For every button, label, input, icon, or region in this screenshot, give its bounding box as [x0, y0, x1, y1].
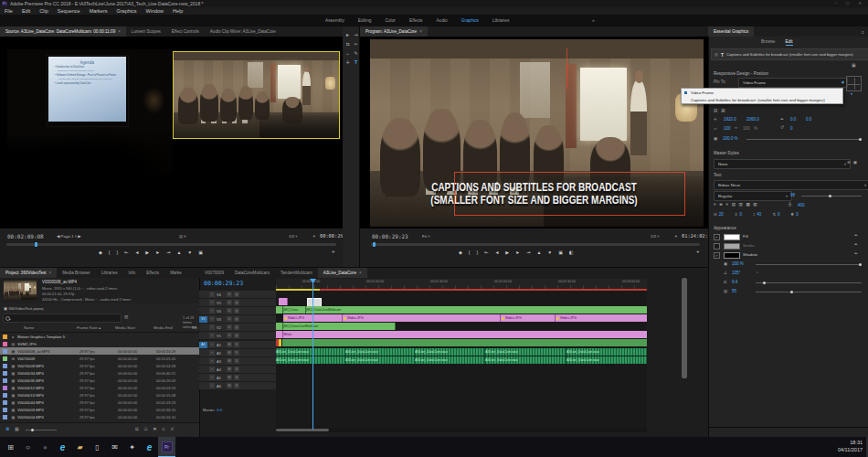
go-to-out-button[interactable]: ⇥ — [526, 250, 530, 255]
sync-lock-icon[interactable]: ⊡ — [227, 300, 232, 305]
taskbar-mail[interactable]: ✉ — [106, 437, 123, 457]
tab-program-a3live-datacore[interactable]: Program: A3Live_DataCore× — [360, 27, 428, 37]
tab-browse[interactable]: Browse — [761, 39, 775, 44]
filter-icon[interactable]: ▥ — [124, 314, 128, 319]
track-header-v4[interactable]: ▪V4⊡◎ — [199, 307, 276, 314]
workspace-tab-libraries[interactable]: Libraries — [492, 18, 509, 23]
spacing-value[interactable]: 0 — [778, 212, 780, 217]
sync-lock-icon[interactable]: ⊡ — [227, 316, 232, 322]
play-button[interactable]: ▶ — [145, 250, 149, 255]
mark-out-button[interactable]: } — [117, 250, 119, 255]
clip-A3Live_DataCore.wav[interactable]: A3Live_DataCore.wav — [485, 356, 566, 364]
preview-thumbnail[interactable] — [4, 281, 37, 300]
ripple-edit-tool[interactable]: ⇆ — [345, 41, 349, 47]
clip-green[interactable] — [276, 306, 283, 314]
lock-icon[interactable]: ▪ — [209, 383, 215, 388]
tab-effects[interactable]: Effects — [141, 268, 164, 278]
tracking-value[interactable]: 400 — [798, 203, 805, 207]
menu-file[interactable]: File — [0, 7, 17, 15]
page-next-icon[interactable]: ▶ — [78, 234, 80, 239]
menu-edit[interactable]: Edit — [17, 7, 35, 15]
text-selection-box[interactable] — [454, 172, 685, 216]
mute-button[interactable]: M — [227, 383, 232, 388]
type-tool[interactable]: T — [355, 59, 357, 65]
export-frame-button[interactable]: ▣ — [198, 250, 203, 255]
source-patch[interactable] — [199, 324, 207, 331]
hand-tool[interactable]: ✛ — [345, 59, 349, 65]
track-header-a4[interactable]: ▪A4MS — [199, 366, 276, 373]
taskbar-internet-explorer[interactable]: e — [141, 437, 158, 457]
solo-button[interactable]: S — [234, 375, 239, 380]
source-scrubber[interactable] — [6, 243, 336, 246]
tab-tandemmulticam[interactable]: TandemMulticam — [275, 268, 318, 278]
mark-in-button[interactable]: { — [469, 250, 471, 255]
search-input[interactable] — [3, 314, 122, 323]
source-patch[interactable]: V1 — [199, 316, 207, 323]
slider-knob[interactable] — [763, 282, 766, 284]
selection-tool[interactable]: ► — [345, 32, 350, 37]
clip-Slides.JPG[interactable]: Slides.JPG — [556, 314, 647, 322]
lock-icon[interactable]: ▪ — [209, 300, 215, 305]
source-patch[interactable] — [199, 333, 207, 339]
multicam-angle-1[interactable]: Agenda • Introduction to DataCoreScott D… — [7, 49, 172, 175]
tab-v0070009[interactable]: V0070009 — [199, 268, 229, 278]
shadow-checkbox[interactable]: ✓ — [714, 252, 720, 259]
font-dropdown[interactable]: Bebas Neue▾ — [714, 180, 868, 190]
master-track-header[interactable]: Master 0.0 — [203, 408, 222, 412]
project-row[interactable]: ▸Motion Graphics Template 5 — [0, 333, 199, 340]
clip-[MC] Data[interactable]: [MC] Data — [283, 306, 306, 314]
project-row[interactable]: ▦V0050003.MP429.97 fps00:00:00:0000:01:3… — [0, 406, 199, 413]
taskbar-start[interactable]: ⊞ — [2, 437, 19, 457]
mute-button[interactable]: M — [227, 367, 232, 372]
track-header-a1[interactable]: A1▪A1MS — [199, 341, 276, 348]
tab-datacoremulticam[interactable]: DataCoreMulticam — [229, 268, 275, 278]
dropdown-option[interactable]: Captions and Subtitles for broadcast: (s… — [682, 96, 842, 103]
multicam-angle-2-active[interactable] — [173, 51, 340, 139]
tab-project-360videotest[interactable]: Project: 360VideoTest× — [0, 268, 57, 278]
clip-White[interactable]: White — [283, 331, 647, 338]
mute-button[interactable]: M — [227, 350, 232, 356]
taskbar-edge[interactable]: e — [54, 437, 71, 457]
eyedropper-icon[interactable]: ✒ — [854, 233, 858, 238]
font-size-slider[interactable] — [801, 196, 862, 197]
go-to-in-button[interactable]: ⇤ — [124, 250, 128, 255]
timeline-playhead[interactable] — [312, 279, 313, 430]
timeline-tracks-area[interactable]: 00:00:30:0000:01:00:0000:01:30:0000:02:0… — [276, 279, 647, 430]
sync-lock-icon[interactable]: ⊡ — [227, 333, 232, 338]
type-spacing-control-2[interactable]: ‡40 — [753, 212, 761, 217]
program-zoom-select[interactable]: 1/2 ▾ — [651, 234, 660, 239]
source-video-area[interactable]: Agenda • Introduction to DataCoreScott D… — [0, 37, 343, 228]
track-header-v1[interactable]: ▪V1⊡◎ — [199, 332, 276, 339]
source-patch[interactable]: A1 — [199, 342, 207, 348]
go-to-out-button[interactable]: ⇥ — [166, 250, 170, 255]
scale-value[interactable]: 100 — [724, 126, 731, 131]
eyedropper-icon[interactable]: ✒ — [854, 242, 858, 247]
icon-view-icon[interactable]: ▦ — [15, 426, 19, 431]
menu-sequence[interactable]: Sequence — [53, 7, 85, 15]
type-spacing-control-3[interactable]: ⇅0 — [772, 212, 779, 217]
track-header-v6[interactable]: ▪V6⊡◎ — [199, 291, 276, 298]
track-output-eye-icon[interactable]: ◎ — [234, 292, 239, 297]
source-patch[interactable] — [199, 308, 207, 314]
project-row[interactable]: ▦V0050004.MP429.97 fps00:00:00:0000:00:1… — [0, 413, 199, 420]
sync-lock-icon[interactable]: ⊡ — [227, 292, 232, 297]
column-header-me[interactable]: Me — [192, 325, 197, 330]
project-row[interactable]: ▦V0000013.MP429.97 fps00:00:00:0000:00:1… — [0, 391, 199, 399]
mute-button[interactable]: M — [227, 375, 232, 380]
menu-window[interactable]: Window — [142, 7, 169, 15]
go-to-in-button[interactable]: ⇤ — [484, 250, 488, 255]
close-icon[interactable]: × — [419, 29, 422, 34]
slip-tool[interactable]: ↔ — [345, 50, 350, 56]
clip-pink[interactable] — [279, 298, 288, 305]
lock-icon[interactable]: ▪ — [209, 333, 215, 338]
slider-knob[interactable] — [31, 429, 34, 431]
track-header-v3[interactable]: V1▪V3⊡◎ — [199, 315, 276, 323]
pin-to-dropdown[interactable]: Video Frame▾ — [738, 78, 848, 88]
link-scale-icon[interactable]: ∞ — [735, 125, 737, 130]
taskbar-file-explorer[interactable]: ▰ — [71, 437, 89, 457]
font-size-knob[interactable] — [829, 195, 831, 197]
add-marker-button[interactable]: ◆ — [99, 250, 102, 255]
overwrite-button[interactable]: ▼ — [187, 250, 192, 255]
clip-A3Live_DataCore.wav[interactable]: A3Live_DataCore.wav — [566, 356, 647, 364]
thumbnail-zoom-slider[interactable] — [26, 430, 57, 430]
